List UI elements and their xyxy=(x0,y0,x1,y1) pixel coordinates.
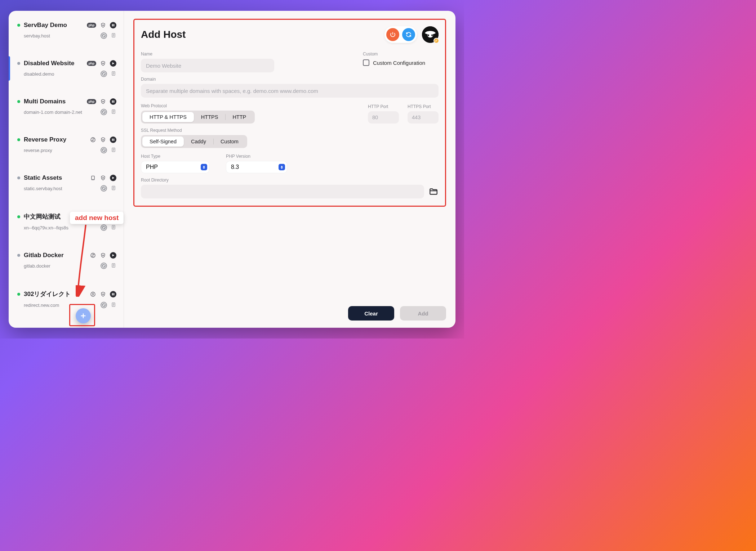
svg-rect-23 xyxy=(112,215,113,218)
segment-option[interactable]: HTTP xyxy=(225,112,253,122)
compass-icon[interactable] xyxy=(101,32,107,39)
pause-icon[interactable] xyxy=(110,136,116,143)
sidebar-item[interactable]: 302リダイレクトredirect.new.com xyxy=(9,285,124,313)
avatar[interactable]: ✔ xyxy=(422,26,439,43)
http-port-input[interactable] xyxy=(368,111,399,124)
php-version-value: 8.3 xyxy=(231,164,239,170)
sidebar: ServBay Demophpservbay.hostDisabled Webs… xyxy=(9,11,124,328)
main-panel: Add Host ✔ xyxy=(124,11,455,328)
play-icon[interactable] xyxy=(110,252,116,259)
custom-label: Custom xyxy=(363,51,439,57)
shield-lock-icon xyxy=(100,291,106,297)
site-domain: static.servbay.host xyxy=(24,186,62,191)
site-domain: servbay.host xyxy=(24,33,50,39)
refresh-button[interactable] xyxy=(402,28,415,41)
play-icon[interactable] xyxy=(110,175,116,181)
ssl-method-segmented[interactable]: Self-SignedCaddyCustom xyxy=(141,135,247,148)
clear-button[interactable]: Clear xyxy=(348,306,394,321)
note-icon[interactable] xyxy=(111,71,116,76)
svg-point-38 xyxy=(428,35,429,36)
site-title: Multi Domains xyxy=(24,98,83,105)
compass-icon[interactable] xyxy=(101,224,107,231)
site-domain: reverse.proxy xyxy=(24,148,52,153)
device-icon xyxy=(90,175,96,181)
segment-option[interactable]: Caddy xyxy=(184,136,213,147)
svg-point-11 xyxy=(102,110,106,114)
svg-point-20 xyxy=(102,186,106,191)
segment-option[interactable]: Custom xyxy=(213,136,246,147)
sidebar-item[interactable]: ServBay Demophpservbay.host xyxy=(9,17,124,44)
add-button[interactable]: Add xyxy=(400,306,446,321)
pause-icon[interactable] xyxy=(110,98,116,105)
compass-icon[interactable] xyxy=(101,71,107,77)
name-label: Name xyxy=(141,51,352,57)
note-icon[interactable] xyxy=(111,263,116,268)
root-dir-label: Root Directory xyxy=(141,178,439,183)
sidebar-item[interactable]: 中文网站测试phpxn--6qq79v.xn--fiqs8s xyxy=(9,207,124,236)
compass-icon[interactable] xyxy=(101,263,107,269)
power-button[interactable] xyxy=(386,28,399,41)
svg-point-13 xyxy=(91,138,95,142)
browse-folder-button[interactable] xyxy=(428,187,439,197)
svg-point-6 xyxy=(102,72,106,76)
svg-rect-1 xyxy=(112,24,113,26)
note-icon[interactable] xyxy=(111,302,116,308)
swap-icon xyxy=(90,136,96,143)
status-dot-icon xyxy=(17,293,20,296)
php-icon: php xyxy=(87,99,97,104)
segment-option[interactable]: Self-Signed xyxy=(142,136,184,147)
https-port-input[interactable] xyxy=(408,111,439,124)
site-domain: redirect.new.com xyxy=(24,303,59,308)
header-action-pill xyxy=(384,26,417,43)
shield-lock-icon xyxy=(100,22,106,28)
segment-option[interactable]: HTTP & HTTPS xyxy=(142,112,194,122)
shield-lock-icon xyxy=(100,214,106,220)
host-type-select[interactable]: PHP xyxy=(141,161,209,173)
note-icon[interactable] xyxy=(111,224,116,230)
status-dot-icon xyxy=(17,24,20,27)
svg-point-3 xyxy=(102,33,106,38)
sidebar-item[interactable]: Gitlab Dockergitlab.docker xyxy=(9,247,124,274)
shield-lock-icon xyxy=(100,175,106,181)
php-version-select[interactable]: 8.3 xyxy=(226,161,287,173)
note-icon[interactable] xyxy=(111,109,116,115)
sidebar-item[interactable]: Reverse Proxyreverse.proxy xyxy=(9,131,124,158)
sidebar-item[interactable]: Multi Domainsphpdomain-1.com domain-2.ne… xyxy=(9,93,124,120)
host-type-label: Host Type xyxy=(141,154,209,159)
segment-option[interactable]: HTTPS xyxy=(194,112,226,122)
svg-rect-15 xyxy=(114,139,114,141)
site-title: Static Assets xyxy=(24,174,86,182)
site-domain: disabled.demo xyxy=(24,71,54,77)
domain-input[interactable] xyxy=(141,84,439,98)
pause-icon[interactable] xyxy=(110,214,116,220)
svg-point-5 xyxy=(103,63,104,64)
play-icon[interactable] xyxy=(110,60,116,67)
add-host-fab[interactable] xyxy=(76,308,91,323)
page-title: Add Host xyxy=(141,29,384,40)
sidebar-item[interactable]: Static Assetsstatic.servbay.host xyxy=(9,169,124,197)
note-icon[interactable] xyxy=(111,32,116,38)
site-title: 302リダイレクト xyxy=(24,290,86,298)
https-port-label: HTTPS Port xyxy=(408,104,439,109)
web-protocol-segmented[interactable]: HTTP & HTTPSHTTPSHTTP xyxy=(141,111,255,124)
compass-icon[interactable] xyxy=(101,302,107,308)
svg-point-25 xyxy=(102,225,106,230)
svg-point-32 xyxy=(103,294,104,295)
shield-x-icon xyxy=(100,136,106,143)
root-dir-input[interactable] xyxy=(141,185,424,198)
svg-point-39 xyxy=(431,35,433,36)
note-icon[interactable] xyxy=(111,185,116,191)
custom-config-checkbox[interactable] xyxy=(363,59,369,66)
sidebar-item[interactable]: Disabled Websitephpdisabled.demo xyxy=(9,55,124,82)
pause-icon[interactable] xyxy=(110,22,116,28)
pause-icon[interactable] xyxy=(110,291,116,297)
status-dot-icon xyxy=(17,138,20,141)
site-title: Reverse Proxy xyxy=(24,136,86,143)
compass-icon[interactable] xyxy=(101,147,107,153)
http-port-label: HTTP Port xyxy=(368,104,399,109)
compass-icon[interactable] xyxy=(101,185,107,192)
compass-icon[interactable] xyxy=(101,109,107,115)
note-icon[interactable] xyxy=(111,147,116,153)
svg-point-8 xyxy=(103,101,104,102)
name-input[interactable] xyxy=(141,59,274,72)
